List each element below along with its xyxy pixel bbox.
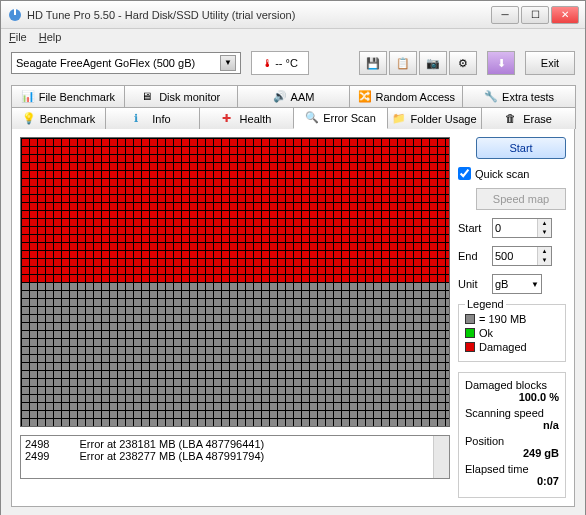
app-icon [7,7,23,23]
elapsed-time-value: 0:07 [465,475,559,487]
damaged-blocks-label: Damaged blocks [465,379,559,391]
block-swatch [465,314,475,324]
position-label: Position [465,435,559,447]
scanning-speed-value: n/a [465,419,559,431]
toolbar: Seagate FreeAgent GoFlex (500 gB) ▼ 🌡 --… [1,45,585,81]
random-icon: 🔀 [358,90,372,104]
ok-swatch [465,328,475,338]
health-icon: ✚ [222,112,236,126]
tab-erase[interactable]: 🗑Erase [481,107,576,129]
close-button[interactable]: ✕ [551,6,579,24]
unit-label: Unit [458,278,488,290]
thermometer-icon: 🌡 [262,57,273,69]
tab-benchmark[interactable]: 💡Benchmark [11,107,106,129]
download-button[interactable]: ⬇ [487,51,515,75]
position-value: 249 gB [465,447,559,459]
screenshot-button[interactable]: 📷 [419,51,447,75]
drive-select[interactable]: Seagate FreeAgent GoFlex (500 gB) ▼ [11,52,241,74]
gauge-icon: 💡 [22,112,36,126]
trash-icon: 🗑 [505,112,519,126]
search-icon: 🔍 [305,111,319,125]
end-label: End [458,250,488,262]
legend-title: Legend [465,298,506,310]
tab-health[interactable]: ✚Health [199,107,294,129]
damaged-blocks-value: 100.0 % [465,391,559,403]
tab-info[interactable]: ℹInfo [105,107,200,129]
scan-grid [20,137,450,427]
down-icon[interactable]: ▼ [537,256,551,265]
save-button[interactable]: 💾 [359,51,387,75]
floppy-icon: 💾 [366,57,380,70]
folder-icon: 📁 [392,112,406,126]
svg-rect-1 [14,9,16,15]
titlebar: HD Tune Pro 5.50 - Hard Disk/SSD Utility… [1,1,585,29]
unit-select[interactable]: gB▼ [492,274,542,294]
down-icon[interactable]: ▼ [537,228,551,237]
exit-button[interactable]: Exit [525,51,575,75]
tools-icon: 🔧 [484,90,498,104]
up-icon[interactable]: ▲ [537,219,551,228]
speaker-icon: 🔊 [273,90,287,104]
maximize-button[interactable]: ☐ [521,6,549,24]
legend-box: Legend = 190 MB Ok Damaged [458,304,566,362]
up-icon[interactable]: ▲ [537,247,551,256]
list-item: 2498Error at 238181 MB (LBA 487796441) [25,438,445,450]
scanning-speed-label: Scanning speed [465,407,559,419]
drive-select-value: Seagate FreeAgent GoFlex (500 gB) [16,57,195,69]
menu-help[interactable]: Help [39,31,62,43]
list-item: 2499Error at 238277 MB (LBA 487991794) [25,450,445,462]
copy-icon: 📋 [396,57,410,70]
gear-icon: ⚙ [458,57,468,70]
speed-map-button: Speed map [476,188,566,210]
window-title: HD Tune Pro 5.50 - Hard Disk/SSD Utility… [27,9,491,21]
chart-icon: 📊 [21,90,35,104]
menu-file[interactable]: File [9,31,27,43]
tab-extra-tests[interactable]: 🔧Extra tests [462,85,576,107]
start-button[interactable]: Start [476,137,566,159]
tab-disk-monitor[interactable]: 🖥Disk monitor [124,85,238,107]
error-list[interactable]: 2498Error at 238181 MB (LBA 487796441) 2… [20,435,450,479]
unscanned-region [21,282,449,426]
tab-aam[interactable]: 🔊AAM [237,85,351,107]
temperature-display: 🌡 -- °C [251,51,309,75]
content-area: 2498Error at 238181 MB (LBA 487796441) 2… [11,128,575,507]
chevron-down-icon: ▼ [220,55,236,71]
chevron-down-icon: ▼ [531,280,539,289]
tab-file-benchmark[interactable]: 📊File Benchmark [11,85,125,107]
tabs: 📊File Benchmark 🖥Disk monitor 🔊AAM 🔀Rand… [11,85,575,129]
stats-box: Damaged blocks100.0 % Scanning speedn/a … [458,372,566,498]
minimize-button[interactable]: ─ [491,6,519,24]
tab-error-scan[interactable]: 🔍Error Scan [293,107,388,129]
end-input[interactable]: ▲▼ [492,246,552,266]
copy-button[interactable]: 📋 [389,51,417,75]
start-input[interactable]: ▲▼ [492,218,552,238]
download-icon: ⬇ [497,57,506,70]
start-label: Start [458,222,488,234]
damaged-region [21,138,449,282]
camera-icon: 📷 [426,57,440,70]
scrollbar[interactable] [433,436,449,478]
menubar: File Help [1,29,585,45]
elapsed-time-label: Elapsed time [465,463,559,475]
temperature-value: -- °C [275,57,298,69]
main-window: HD Tune Pro 5.50 - Hard Disk/SSD Utility… [0,0,586,515]
toolbar-icons: 💾 📋 📷 ⚙ [359,51,477,75]
tab-random-access[interactable]: 🔀Random Access [349,85,463,107]
quick-scan-checkbox[interactable]: Quick scan [458,167,566,180]
tab-folder-usage[interactable]: 📁Folder Usage [387,107,482,129]
damaged-swatch [465,342,475,352]
info-icon: ℹ [134,112,148,126]
monitor-icon: 🖥 [141,90,155,104]
options-button[interactable]: ⚙ [449,51,477,75]
